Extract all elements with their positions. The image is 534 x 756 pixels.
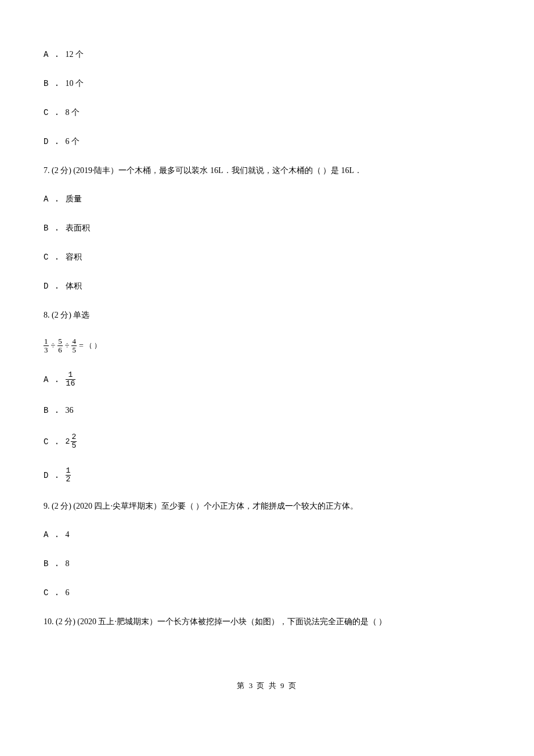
q9-text: 9. (2 分) (2020 四上·尖草坪期末）至少要（ ）个小正方体，才能拼成… xyxy=(44,500,490,512)
q6-option-c: C . 8 个 xyxy=(44,106,490,119)
q7-option-b: B . 表面积 xyxy=(44,222,490,235)
q7-option-d: D . 体积 xyxy=(44,280,490,293)
denominator: 16 xyxy=(66,380,76,388)
option-text: 质量 xyxy=(66,195,82,203)
q9-option-a: A . 4 xyxy=(44,528,490,541)
q10-text: 10. (2 分) (2020 五上·肥城期末）一个长方体被挖掉一小块（如图），… xyxy=(44,615,490,628)
option-label: A . xyxy=(44,50,66,59)
q8-option-d: D . 1 2 xyxy=(44,467,490,484)
option-text: 6 xyxy=(66,588,70,597)
numerator: 4 xyxy=(71,337,77,346)
q6-option-b: B . 10 个 xyxy=(44,77,490,90)
q7-text: 7. (2 分) (2019·陆丰）一个木桶，最多可以装水 16L．我们就说，这… xyxy=(44,164,490,177)
option-text: 8 个 xyxy=(66,108,80,117)
option-text: 6 个 xyxy=(66,137,80,146)
option-label: C . xyxy=(44,588,66,597)
option-label: C . xyxy=(44,437,66,447)
fraction: 4 5 xyxy=(71,337,77,355)
fraction: 2 5 xyxy=(71,433,77,451)
denominator: 5 xyxy=(71,442,77,450)
q8-option-a: A . 1 16 xyxy=(44,371,490,388)
fraction: 1 16 xyxy=(66,371,76,388)
q8-option-b: B . 36 xyxy=(44,404,490,417)
q9-option-c: C . 6 xyxy=(44,586,490,599)
option-label: B . xyxy=(44,406,66,415)
numerator: 2 xyxy=(71,433,77,442)
fraction: 1 2 xyxy=(66,467,71,484)
equals: = xyxy=(79,340,84,352)
question-text: 10. (2 分) (2020 五上·肥城期末）一个长方体被挖掉一小块（如图），… xyxy=(44,617,387,626)
fraction: 5 6 xyxy=(57,337,63,355)
numerator: 1 xyxy=(66,371,76,380)
option-text: 表面积 xyxy=(66,224,90,232)
option-label: A . xyxy=(44,530,66,539)
option-label: A . xyxy=(44,195,66,204)
option-text: 4 xyxy=(66,530,70,539)
q8-expression: 1 3 ÷ 5 6 ÷ 4 5 = （ ） xyxy=(44,337,490,355)
option-label: D . xyxy=(44,137,66,146)
mixed-number: 2 2 5 xyxy=(66,433,77,451)
option-text: 8 xyxy=(66,559,70,568)
q7-option-a: A . 质量 xyxy=(44,193,490,206)
whole-number: 2 xyxy=(66,436,70,448)
option-text: 12 个 xyxy=(66,50,84,59)
option-label: B . xyxy=(44,79,66,88)
question-text: 8. (2 分) 单选 xyxy=(44,311,89,319)
option-text: 体积 xyxy=(66,282,82,290)
option-label: C . xyxy=(44,253,66,262)
numerator: 5 xyxy=(57,337,63,346)
option-label: D . xyxy=(44,470,66,480)
q6-option-a: A . 12 个 xyxy=(44,48,490,61)
question-text: 9. (2 分) (2020 四上·尖草坪期末）至少要（ ）个小正方体，才能拼成… xyxy=(44,502,359,510)
operator: ÷ xyxy=(65,340,70,352)
option-label: D . xyxy=(44,282,66,291)
denominator: 6 xyxy=(57,346,63,354)
fraction: 1 3 xyxy=(44,337,49,355)
denominator: 2 xyxy=(66,476,71,484)
blank-paren: （ ） xyxy=(85,341,101,350)
question-text: 7. (2 分) (2019·陆丰）一个木桶，最多可以装水 16L．我们就说，这… xyxy=(44,166,362,175)
q6-option-d: D . 6 个 xyxy=(44,135,490,148)
option-label: B . xyxy=(44,559,66,568)
q8-option-c: C . 2 2 5 xyxy=(44,433,490,451)
option-label: B . xyxy=(44,224,66,233)
q7-option-c: C . 容积 xyxy=(44,251,490,264)
option-label: A . xyxy=(44,375,66,384)
q9-option-b: B . 8 xyxy=(44,557,490,570)
option-text: 36 xyxy=(66,406,74,415)
denominator: 5 xyxy=(71,346,77,354)
numerator: 1 xyxy=(66,467,71,476)
option-text: 10 个 xyxy=(66,79,84,88)
operator: ÷ xyxy=(51,340,56,352)
numerator: 1 xyxy=(44,337,49,346)
q8-text: 8. (2 分) 单选 xyxy=(44,309,490,321)
page-footer: 第 3 页 共 9 页 xyxy=(44,680,490,692)
option-text: 容积 xyxy=(66,253,82,261)
option-label: C . xyxy=(44,108,66,117)
denominator: 3 xyxy=(44,346,49,354)
